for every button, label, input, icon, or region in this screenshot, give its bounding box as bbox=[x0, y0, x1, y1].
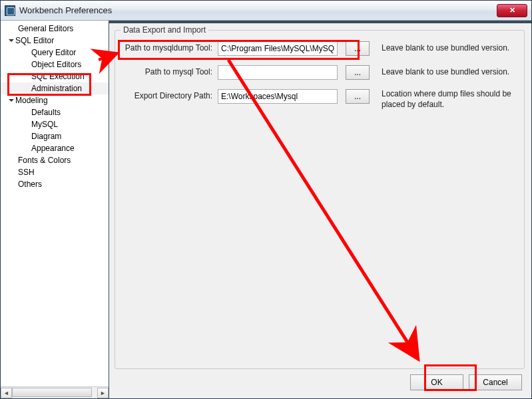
desc-mysql: Leave blank to use bundled version. bbox=[382, 65, 515, 78]
sidebar-item-fonts-colors[interactable]: Fonts & Colors bbox=[1, 154, 109, 166]
chevron-down-icon[interactable] bbox=[9, 39, 14, 42]
sidebar-item-query-editor[interactable]: Query Editor bbox=[1, 47, 109, 59]
scroll-thumb[interactable] bbox=[12, 388, 92, 397]
sidebar-item-general-editors[interactable]: General Editors bbox=[1, 23, 109, 35]
sidebar-item-others[interactable]: Others bbox=[1, 178, 109, 190]
input-mysqldump-path[interactable] bbox=[218, 41, 338, 56]
row-mysqldump: Path to mysqldump Tool: ... Leave blank … bbox=[125, 41, 515, 56]
sidebar-hscrollbar[interactable]: ◄ ► bbox=[1, 386, 109, 398]
sidebar-item-diagram[interactable]: Diagram bbox=[1, 130, 109, 142]
browse-exportdir-button[interactable]: ... bbox=[346, 89, 370, 104]
label-exportdir: Export Directory Path: bbox=[125, 89, 218, 100]
group-title: Data Export and Import bbox=[121, 25, 208, 35]
scroll-right-icon[interactable]: ► bbox=[97, 388, 109, 398]
browse-mysql-button[interactable]: ... bbox=[346, 65, 370, 80]
row-exportdir: Export Directory Path: ... Location wher… bbox=[125, 89, 515, 110]
sidebar-item-defaults[interactable]: Defaults bbox=[1, 106, 109, 118]
content: General Editors SQL Editor Query Editor … bbox=[1, 21, 531, 398]
sidebar-item-administration[interactable]: Administration bbox=[1, 82, 109, 94]
sidebar-item-sql-execution[interactable]: SQL Execution bbox=[1, 70, 109, 82]
window-title: Workbench Preferences bbox=[19, 5, 497, 15]
titlebar: Workbench Preferences ✕ bbox=[1, 1, 531, 21]
close-icon: ✕ bbox=[509, 7, 515, 14]
app-icon bbox=[5, 5, 15, 16]
sidebar-item-ssh[interactable]: SSH bbox=[1, 166, 109, 178]
sidebar-item-sql-editor[interactable]: SQL Editor bbox=[1, 35, 109, 47]
desc-mysqldump: Leave blank to use bundled version. bbox=[382, 41, 515, 54]
input-exportdir-path[interactable] bbox=[218, 89, 338, 104]
close-button[interactable]: ✕ bbox=[497, 4, 527, 17]
ok-button[interactable]: OK bbox=[410, 374, 463, 390]
sidebar-item-appearance[interactable]: Appearance bbox=[1, 142, 109, 154]
cancel-button[interactable]: Cancel bbox=[469, 374, 522, 390]
sidebar: General Editors SQL Editor Query Editor … bbox=[1, 21, 109, 398]
main-panel: Data Export and Import Path to mysqldump… bbox=[109, 21, 531, 398]
sidebar-item-object-editors[interactable]: Object Editors bbox=[1, 59, 109, 70]
window: Workbench Preferences ✕ General Editors … bbox=[0, 0, 532, 399]
dialog-buttons: OK Cancel bbox=[109, 369, 531, 398]
label-mysqldump: Path to mysqldump Tool: bbox=[125, 41, 218, 53]
row-mysql: Path to mysql Tool: ... Leave blank to u… bbox=[125, 65, 515, 80]
sidebar-item-mysql[interactable]: MySQL bbox=[1, 118, 109, 130]
desc-exportdir: Location where dump files should be plac… bbox=[382, 89, 515, 110]
nav-tree: General Editors SQL Editor Query Editor … bbox=[1, 21, 109, 386]
groupbox-data-export: Data Export and Import Path to mysqldump… bbox=[115, 30, 525, 369]
label-mysql: Path to mysql Tool: bbox=[125, 65, 218, 76]
browse-mysqldump-button[interactable]: ... bbox=[346, 41, 370, 56]
input-mysql-path[interactable] bbox=[218, 65, 338, 80]
scroll-track[interactable] bbox=[12, 388, 97, 398]
scroll-left-icon[interactable]: ◄ bbox=[1, 388, 12, 398]
sidebar-item-modeling[interactable]: Modeling bbox=[1, 94, 109, 106]
chevron-down-icon[interactable] bbox=[9, 99, 14, 102]
